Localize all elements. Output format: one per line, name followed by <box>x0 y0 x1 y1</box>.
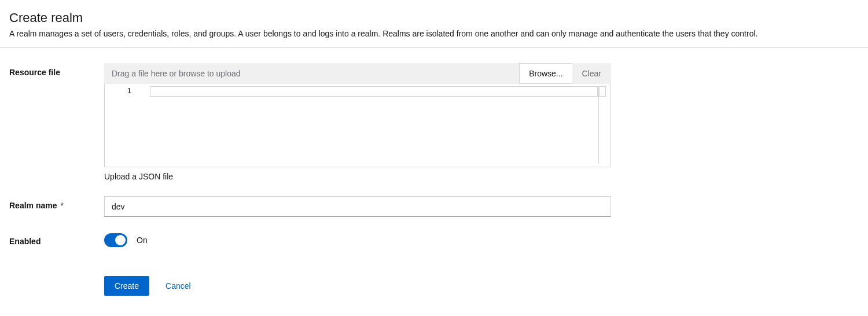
realm-name-label-text: Realm name <box>9 201 57 210</box>
realm-name-control <box>104 196 611 217</box>
resource-file-label: Resource file <box>9 63 104 77</box>
create-realm-form: Resource file Drag a file here or browse… <box>0 48 868 307</box>
actions-spacer <box>9 262 104 267</box>
realm-name-input[interactable] <box>104 196 611 217</box>
code-editor[interactable]: 1 <box>104 84 611 167</box>
enabled-control: On <box>104 232 611 247</box>
enabled-state-label: On <box>137 236 148 245</box>
file-drop-area[interactable]: Drag a file here or browse to upload <box>104 63 519 84</box>
realm-name-row: Realm name * <box>9 196 859 217</box>
form-actions: Create Cancel <box>104 276 611 296</box>
create-button[interactable]: Create <box>104 276 149 296</box>
actions-row: Create Cancel <box>9 262 859 296</box>
page-header: Create realm A realm manages a set of us… <box>0 0 868 48</box>
realm-name-label: Realm name * <box>9 196 104 210</box>
resource-file-helper: Upload a JSON file <box>104 172 611 181</box>
line-number: 1 <box>127 86 131 95</box>
page-title: Create realm <box>9 10 859 25</box>
code-scrollbar-thumb[interactable] <box>599 86 606 97</box>
enabled-toggle[interactable] <box>104 233 127 247</box>
required-marker: * <box>60 201 63 210</box>
toggle-knob <box>115 235 126 245</box>
file-upload-bar: Drag a file here or browse to upload Bro… <box>104 63 611 84</box>
page-description: A realm manages a set of users, credenti… <box>9 29 859 38</box>
enabled-toggle-wrap: On <box>104 232 611 247</box>
code-line-highlight <box>150 86 598 97</box>
enabled-label: Enabled <box>9 232 104 246</box>
clear-button[interactable]: Clear <box>572 63 611 84</box>
browse-button[interactable]: Browse... <box>519 63 572 84</box>
cancel-button[interactable]: Cancel <box>165 281 191 291</box>
resource-file-control: Drag a file here or browse to upload Bro… <box>104 63 611 181</box>
code-vertical-line <box>598 86 599 163</box>
actions-control: Create Cancel <box>104 262 611 296</box>
enabled-row: Enabled On <box>9 232 859 247</box>
resource-file-row: Resource file Drag a file here or browse… <box>9 63 859 181</box>
code-gutter: 1 <box>105 84 149 167</box>
